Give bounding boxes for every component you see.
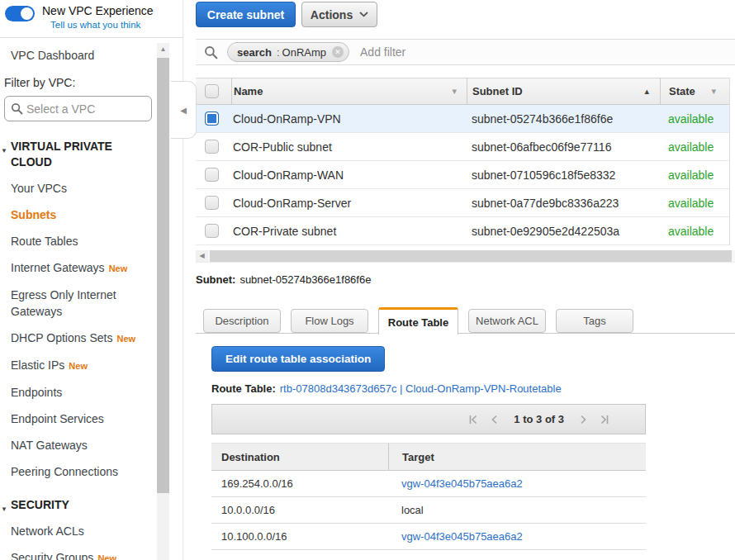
- row-checkbox[interactable]: [205, 224, 219, 238]
- triangle-down-icon: ▼: [1, 501, 7, 517]
- sidebar-collapse-handle[interactable]: ◀: [170, 81, 197, 139]
- tab-tags[interactable]: Tags: [556, 309, 633, 333]
- sidebar-item-dhcp-options-sets[interactable]: DHCP Options SetsNew: [0, 330, 153, 347]
- route-destination: 169.254.0.0/16: [211, 477, 388, 490]
- subnet-state-cell: available: [660, 197, 729, 210]
- sidebar-item-endpoint-services[interactable]: Endpoint Services: [0, 411, 153, 427]
- route-target-cell: vgw-04f3e045b75aea6a2: [388, 530, 646, 543]
- filter-chip[interactable]: search : OnRAmp ✕: [227, 42, 349, 62]
- sidebar-item-label: Endpoint Services: [11, 412, 104, 425]
- subnet-table: Name ▾ Subnet ID ▴ State ▾ Cloud-OnRamp-…: [196, 78, 730, 245]
- subnet-id-cell: subnet-05274b366e1f86f6e: [467, 112, 660, 126]
- row-checkbox[interactable]: [205, 196, 219, 210]
- pagination-first-icon[interactable]: [467, 414, 479, 425]
- route-destination: 10.100.0.0/16: [211, 530, 388, 543]
- filter-chip-separator: :: [277, 46, 280, 59]
- row-checkbox[interactable]: [205, 112, 219, 126]
- subnet-state-cell: available: [660, 140, 729, 154]
- sidebar-item-egress-only-internet-gateways[interactable]: Egress Only Internet Gateways: [0, 287, 153, 320]
- pagination-prev-icon[interactable]: [489, 414, 500, 425]
- add-filter-input[interactable]: Add filter: [360, 45, 405, 59]
- sidebar-item-elastic-ips[interactable]: Elastic IPsNew: [0, 357, 153, 374]
- sort-arrow-icon[interactable]: ▾: [452, 86, 457, 97]
- tab-description[interactable]: Description: [203, 309, 281, 333]
- row-checkbox[interactable]: [205, 140, 219, 154]
- tab-network-acl[interactable]: Network ACL: [468, 309, 546, 333]
- row-checkbox-cell: [196, 112, 231, 126]
- subnet-id-cell: subnet-0e92905e2d422503a: [467, 225, 660, 238]
- column-header-target[interactable]: Target: [388, 444, 646, 470]
- row-checkbox[interactable]: [205, 168, 219, 182]
- sidebar-item-your-vpcs[interactable]: Your VPCs: [0, 180, 153, 197]
- column-header-label: Subnet ID: [472, 85, 523, 97]
- sidebar-item-subnets[interactable]: Subnets: [0, 206, 153, 223]
- subnet-row[interactable]: COR-Public subnetsubnet-06afbec06f9e7711…: [196, 133, 729, 161]
- subnet-label: Subnet:: [196, 273, 235, 286]
- new-badge: New: [109, 263, 128, 273]
- vgw-target-link[interactable]: vgw-04f3e045b75aea6a2: [401, 477, 523, 490]
- column-header-destination[interactable]: Destination: [211, 451, 388, 463]
- scrollbar-left-arrow-icon[interactable]: ◀: [196, 250, 208, 262]
- create-subnet-button[interactable]: Create subnet: [196, 2, 296, 27]
- sidebar-item-vpc-dashboard[interactable]: VPC Dashboard: [11, 49, 157, 62]
- select-all-checkbox[interactable]: [205, 84, 219, 98]
- sidebar-item-label: Security Groups: [11, 551, 93, 560]
- sidebar-scrollbar-thumb[interactable]: [157, 58, 169, 493]
- sidebar-item-security-groups[interactable]: Security GroupsNew: [0, 549, 153, 560]
- horizontal-scrollbar-thumb[interactable]: [210, 250, 732, 262]
- route-row: 10.0.0.0/16local: [211, 497, 646, 524]
- subnet-id-cell: subnet-0a77de9bc8336a223: [467, 197, 660, 210]
- vpc-filter-placeholder: Select a VPC: [26, 102, 95, 116]
- sidebar-item-route-tables[interactable]: Route Tables: [0, 233, 153, 249]
- sidebar-item-nat-gateways[interactable]: NAT Gateways: [0, 437, 153, 453]
- edit-route-table-association-button[interactable]: Edit route table association: [211, 346, 385, 372]
- scrollbar-up-arrow-icon[interactable]: ▲: [157, 43, 169, 56]
- route-table-label: Route Table:: [211, 382, 276, 395]
- filter-bar[interactable]: search : OnRAmp ✕ Add filter: [196, 39, 735, 65]
- divider: [0, 37, 183, 38]
- route-table-header: Destination Target: [211, 443, 646, 471]
- pagination-bar: 1 to 3 of 3: [211, 404, 646, 434]
- sidebar-item-peering-connections[interactable]: Peering Connections: [0, 463, 153, 480]
- state-badge: available: [668, 112, 714, 126]
- pagination-next-icon[interactable]: [577, 414, 589, 425]
- subnet-row[interactable]: Cloud-OnRamp-VPNsubnet-05274b366e1f86f6e…: [196, 105, 729, 133]
- subnet-row[interactable]: Cloud-OnRamp-WANsubnet-0710596c18f5e8332…: [196, 161, 729, 189]
- search-icon: [204, 45, 218, 59]
- new-experience-label: New VPC Experience: [42, 4, 154, 17]
- chevron-down-icon: [359, 12, 368, 17]
- new-badge: New: [116, 334, 135, 344]
- remove-filter-icon[interactable]: ✕: [332, 46, 344, 58]
- sidebar-item-internet-gateways[interactable]: Internet GatewaysNew: [0, 259, 153, 277]
- row-checkbox-cell: [196, 196, 231, 210]
- tab-route-table[interactable]: Route Table: [378, 307, 458, 335]
- new-experience-toggle[interactable]: [5, 6, 35, 21]
- column-header-name[interactable]: Name ▾: [231, 78, 467, 104]
- vpc-filter-input[interactable]: Select a VPC: [4, 96, 152, 121]
- actions-button[interactable]: Actions: [301, 2, 377, 27]
- sidebar-item-label: Your VPCs: [11, 182, 67, 195]
- horizontal-scrollbar[interactable]: ◀: [196, 250, 735, 263]
- new-experience-block: New VPC Experience Tell us what you thin…: [5, 4, 154, 31]
- route-target-cell: local: [388, 504, 646, 516]
- subnet-table-body: Cloud-OnRamp-VPNsubnet-05274b366e1f86f6e…: [196, 105, 729, 245]
- subnet-name-cell: COR-Private subnet: [231, 225, 467, 238]
- sort-arrow-icon[interactable]: ▾: [711, 86, 716, 97]
- route-destination: 10.0.0.0/16: [211, 504, 388, 516]
- subnet-row[interactable]: COR-Private subnetsubnet-0e92905e2d42250…: [196, 217, 729, 245]
- sort-asc-icon[interactable]: ▴: [644, 86, 649, 97]
- toggle-knob-icon: [21, 7, 33, 20]
- sidebar-section-virtual-private-cloud[interactable]: ▼VIRTUAL PRIVATE CLOUD: [0, 139, 149, 170]
- subnet-table-header: Name ▾ Subnet ID ▴ State ▾: [196, 78, 729, 105]
- column-header-subnet-id[interactable]: Subnet ID ▴: [467, 78, 660, 104]
- column-header-state[interactable]: State ▾: [660, 78, 729, 104]
- sidebar-section-security[interactable]: ▼SECURITY: [0, 497, 149, 513]
- sidebar-item-network-acls[interactable]: Network ACLs: [0, 523, 153, 539]
- feedback-link[interactable]: Tell us what you think: [50, 20, 140, 30]
- subnet-row[interactable]: Cloud-OnRamp-Serversubnet-0a77de9bc8336a…: [196, 189, 729, 217]
- pagination-last-icon[interactable]: [599, 414, 610, 425]
- sidebar-item-endpoints[interactable]: Endpoints: [0, 384, 153, 401]
- vgw-target-link[interactable]: vgw-04f3e045b75aea6a2: [401, 530, 523, 543]
- tab-flow-logs[interactable]: Flow Logs: [291, 309, 368, 333]
- route-table-link[interactable]: rtb-07808d343673d657c | Cloud-OnRamp-VPN…: [280, 382, 562, 395]
